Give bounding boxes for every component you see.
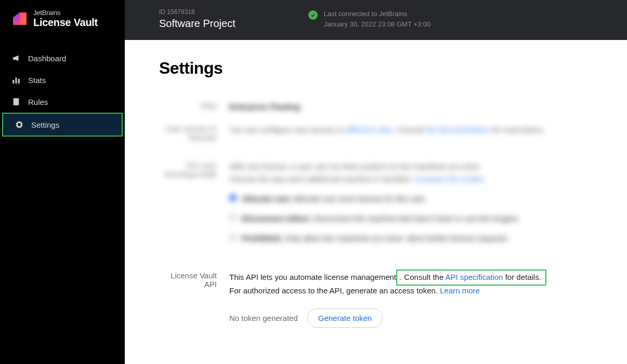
gear-icon: [15, 120, 24, 129]
api-section: License Vault API This API lets you auto…: [159, 271, 593, 328]
connection-label: Last connected to JetBrains: [324, 9, 430, 19]
connection-status: Last connected to JetBrains January 30, …: [308, 9, 430, 29]
api-label: License Vault API: [159, 271, 229, 328]
bar-chart-icon: [11, 75, 21, 85]
sidebar-item-stats[interactable]: Stats: [0, 69, 125, 91]
page-title: Settings: [159, 59, 593, 78]
sidebar-item-settings[interactable]: Settings: [3, 114, 122, 136]
sidebar-item-rules[interactable]: Rules: [0, 91, 125, 113]
sidebar-item-highlight: Settings: [2, 113, 123, 137]
api-specification-link[interactable]: API specification: [446, 273, 503, 281]
sidebar-item-label: Stats: [28, 76, 46, 85]
project-title: Software Project: [159, 18, 236, 30]
svg-rect-3: [16, 78, 17, 84]
svg-rect-5: [14, 98, 19, 105]
page-icon: [11, 97, 21, 106]
logo[interactable]: JetBrains License Vault: [0, 0, 125, 42]
sidebar-item-label: Rules: [28, 98, 48, 106]
learn-more-link[interactable]: Learn more: [440, 286, 480, 295]
svg-rect-2: [12, 80, 14, 84]
project-id: ID 15678318: [159, 8, 236, 16]
api-spec-highlight: . Consult the API specification for deta…: [396, 269, 546, 286]
svg-rect-4: [18, 79, 20, 84]
logo-brand-text: JetBrains: [33, 9, 98, 16]
sidebar-item-label: Settings: [31, 120, 59, 129]
sidebar-item-label: Dashboard: [28, 54, 66, 63]
header: ID 15678318 Software Project Last connec…: [125, 0, 627, 40]
megaphone-icon: [11, 53, 21, 63]
check-icon: [308, 10, 318, 20]
api-access-text: For authorized access to the API, genera…: [229, 286, 440, 295]
blurred-settings-region: Plan Enterprise Floating User access to …: [159, 101, 593, 252]
svg-marker-1: [13, 12, 20, 25]
sidebar: JetBrains License Vault Dashboard Sta: [0, 0, 125, 364]
no-token-text: No token generated: [229, 312, 298, 325]
logo-icon: [11, 11, 27, 26]
logo-product-text: License Vault: [33, 17, 98, 28]
connection-time: January 30, 2022 23:08 GMT +3:00: [324, 19, 430, 30]
api-description-text: This API lets you automate license manag…: [229, 273, 396, 281]
generate-token-button[interactable]: Generate token: [307, 308, 383, 328]
nav: Dashboard Stats Rules: [0, 42, 125, 137]
sidebar-item-dashboard[interactable]: Dashboard: [0, 47, 125, 69]
svg-point-6: [18, 123, 21, 126]
